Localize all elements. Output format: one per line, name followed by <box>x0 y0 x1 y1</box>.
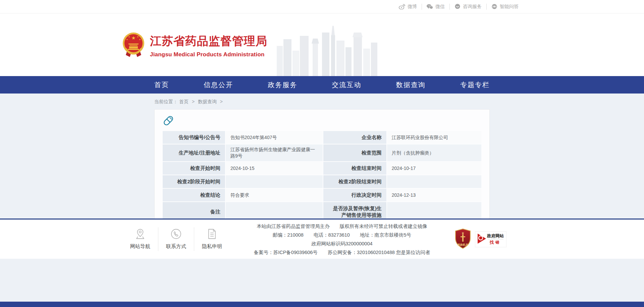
footer-link-privacy-label: 隐私申明 <box>202 243 222 250</box>
record-card: 告知书编号/公告号 告知书2024年第407号 企业名称 江苏联环药业股份有限公… <box>154 109 490 219</box>
footer: 网站导航 联系方式 隐私申明 本站由江苏省药品监督管理局主办 <box>0 219 644 259</box>
phase2-start-label: 检查2阶段开始时间 <box>163 175 225 188</box>
svg-text:★: ★ <box>139 39 141 41</box>
footer-address: 地址：南京市鼓楼街5号 <box>360 231 411 239</box>
qa-icon <box>491 4 497 9</box>
subfooter-spacer <box>0 259 644 302</box>
footer-link-sitemap-label: 网站导航 <box>130 243 150 250</box>
nav-gov-services[interactable]: 政务服务 <box>268 80 297 89</box>
site-logo[interactable]: ★ ★ ★ ★ ★ 江苏省药 <box>122 32 267 59</box>
nav-home[interactable]: 首页 <box>154 80 169 89</box>
svg-text:★: ★ <box>131 35 136 41</box>
nav-data-query[interactable]: 数据查询 <box>396 80 426 89</box>
phone-icon <box>171 229 181 240</box>
suspension-measures-value <box>387 202 481 219</box>
consult-service-link[interactable]: 咨询服务 <box>449 4 486 10</box>
wechat-icon <box>427 4 433 9</box>
company-name-label: 企业名称 <box>323 131 386 144</box>
breadcrumb-separator: > <box>192 99 195 104</box>
svg-text:★: ★ <box>128 36 130 38</box>
svg-text:★: ★ <box>137 36 139 38</box>
address-value: 江苏省扬州市扬州生物健康产业园健康一路9号 <box>226 144 323 161</box>
footer-link-contact[interactable]: 联系方式 <box>158 227 194 251</box>
end-date-label: 检查结束时间 <box>323 162 386 175</box>
footer-links: 网站导航 联系方式 隐私申明 <box>122 227 230 251</box>
nav-interaction[interactable]: 交流互动 <box>332 80 362 89</box>
breadcrumb-home-link[interactable]: 首页 <box>179 99 189 104</box>
topbar: 微博 微信 咨询服务 智能问答 <box>0 0 644 13</box>
privacy-icon <box>207 229 217 240</box>
footer-info: 本站由江苏省药品监督管理局主办 版权所有未经许可禁止转载或者建立镜像 邮编：21… <box>230 222 454 257</box>
phase2-end-value <box>387 175 481 188</box>
site-header: ★ ★ ★ ★ ★ 江苏省药 <box>0 13 644 76</box>
smart-qa-link[interactable]: 智能问答 <box>486 4 523 10</box>
phase2-end-label: 检查2阶段结束时间 <box>323 175 386 188</box>
breadcrumb: 当前位置：首页 > 数据查询 > <box>154 94 490 109</box>
footer-copyright-text: 版权所有未经许可禁止转载或者建立镜像 <box>340 222 427 231</box>
inspection-scope-value: 片剂（含抗肿瘤类） <box>387 144 481 161</box>
start-date-label: 检查开始时间 <box>163 162 225 175</box>
nav-info-disclosure[interactable]: 信息公开 <box>204 80 233 89</box>
end-date-value: 2024-10-17 <box>387 162 481 175</box>
footer-icp-number: 备案号：苏ICP备09039606号 <box>254 248 318 257</box>
consult-icon <box>454 4 461 9</box>
table-row: 告知书编号/公告号 告知书2024年第407号 企业名称 江苏联环药业股份有限公… <box>163 131 481 144</box>
breadcrumb-data-query-link[interactable]: 数据查询 <box>198 99 217 104</box>
party-gov-badge-label: 党政机关 <box>457 243 468 246</box>
decision-date-value: 2024-12-13 <box>387 189 481 201</box>
footer-host-text: 本站由江苏省药品监督管理局主办 <box>257 222 330 231</box>
gov-site-badge-finderror: 找错 <box>489 240 501 245</box>
breadcrumb-prefix: 当前位置： <box>154 99 178 104</box>
footer-badges: ★ 党政机关 政府网站 找错 <box>454 228 506 250</box>
content-area: 当前位置：首页 > 数据查询 > 告知书编号/公告号 告知书2024年第407号 <box>0 94 644 219</box>
wechat-label: 微信 <box>435 4 445 10</box>
party-gov-badge[interactable]: ★ 党政机关 <box>454 228 472 250</box>
conclusion-label: 检查结论 <box>163 189 225 201</box>
inspection-scope-label: 检查范围 <box>323 144 386 161</box>
footer-link-privacy[interactable]: 隐私申明 <box>194 227 230 251</box>
site-title: 江苏省药品监督管理局 <box>150 34 267 49</box>
start-date-value: 2024-10-15 <box>226 162 323 175</box>
table-row: 检查结论 符合要求 行政决定时间 2024-12-13 <box>163 189 481 201</box>
suspension-measures-label: 是否涉及暂停(恢复)生产销售使用等措施 <box>323 202 386 219</box>
conclusion-value: 符合要求 <box>226 189 323 201</box>
company-name-value: 江苏联环药业股份有限公司 <box>387 131 481 144</box>
svg-text:★: ★ <box>126 39 128 41</box>
gov-site-find-error-badge[interactable]: 政府网站 找错 <box>475 231 506 247</box>
nav-special-topics[interactable]: 专题专栏 <box>460 80 490 89</box>
site-subtitle: Jiangsu Medical Products Administration <box>150 51 267 58</box>
notice-number-label: 告知书编号/公告号 <box>163 131 225 144</box>
breadcrumb-separator-2: > <box>220 99 223 104</box>
gov-site-badge-title: 政府网站 <box>487 234 504 238</box>
bottom-bar <box>0 302 644 307</box>
record-table: 告知书编号/公告号 告知书2024年第407号 企业名称 江苏联环药业股份有限公… <box>162 130 482 219</box>
decision-date-label: 行政决定时间 <box>323 189 386 201</box>
footer-postcode: 邮编：210008 <box>273 231 304 239</box>
footer-link-contact-label: 联系方式 <box>166 243 186 250</box>
table-row: 生产地址/注册地址 江苏省扬州市扬州生物健康产业园健康一路9号 检查范围 片剂（… <box>163 144 481 161</box>
page: 微博 微信 咨询服务 智能问答 <box>0 0 644 307</box>
weibo-link[interactable]: 微博 <box>394 4 422 10</box>
phase2-start-value <box>226 175 323 188</box>
table-row: 备注 是否涉及暂停(恢复)生产销售使用等措施 <box>163 202 481 219</box>
location-icon <box>135 229 145 240</box>
notice-number-value: 告知书2024年第407号 <box>226 131 323 144</box>
remarks-label: 备注 <box>163 202 225 219</box>
national-emblem-icon: ★ ★ ★ ★ ★ <box>122 32 145 59</box>
main-nav: 首页 信息公开 政务服务 交流互动 数据查询 专题专栏 <box>0 76 644 94</box>
weibo-icon <box>399 4 405 9</box>
footer-phone: 电话：83273610 <box>314 231 350 239</box>
address-label: 生产地址/注册地址 <box>163 144 225 161</box>
footer-police-number: 苏公网安备：32010602010488 您是第位访问者 <box>328 248 430 257</box>
wechat-link[interactable]: 微信 <box>422 4 449 10</box>
table-row: 检查2阶段开始时间 检查2阶段结束时间 <box>163 175 481 188</box>
remarks-value <box>226 202 323 219</box>
footer-site-id: 政府网站标识码3200000004 <box>311 239 372 248</box>
footer-link-sitemap[interactable]: 网站导航 <box>122 227 158 251</box>
weibo-label: 微博 <box>408 4 417 10</box>
cityscape-watermark <box>277 25 377 76</box>
pill-icon <box>163 115 482 128</box>
consult-label: 咨询服务 <box>463 4 482 10</box>
table-row: 检查开始时间 2024-10-15 检查结束时间 2024-10-17 <box>163 162 481 175</box>
qa-label: 智能问答 <box>500 4 519 10</box>
